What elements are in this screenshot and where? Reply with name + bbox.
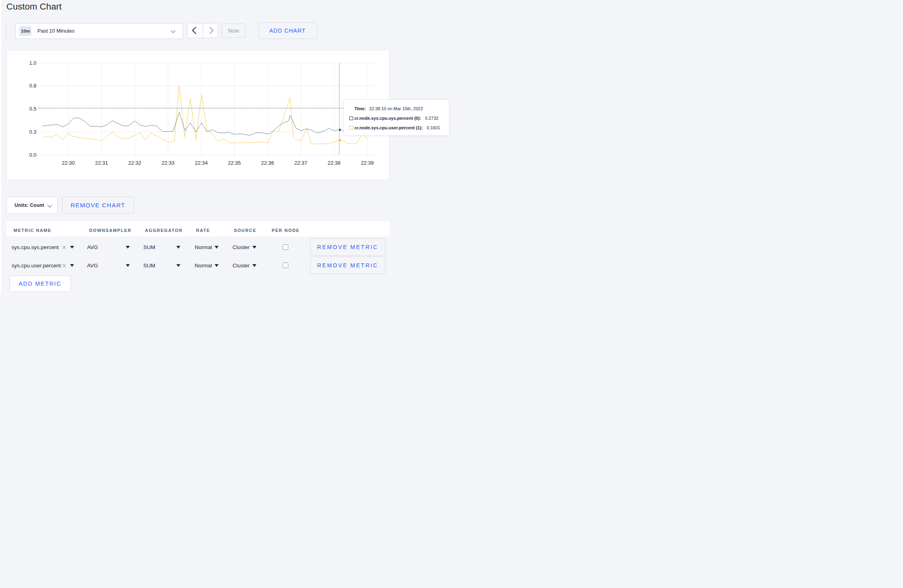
svg-text:0.3: 0.3 [29, 129, 36, 135]
svg-text:22:37: 22:37 [294, 160, 307, 166]
svg-text:0.5: 0.5 [29, 106, 36, 112]
svg-text:22:36: 22:36 [261, 160, 274, 166]
svg-text:22:35: 22:35 [228, 160, 241, 166]
svg-text:1.0: 1.0 [29, 60, 36, 66]
svg-text:22:38: 22:38 [327, 160, 340, 166]
svg-text:22:39: 22:39 [361, 160, 374, 166]
svg-text:22:32: 22:32 [128, 160, 141, 166]
svg-text:22:33: 22:33 [161, 160, 174, 166]
svg-text:0.8: 0.8 [29, 83, 36, 89]
svg-text:22:31: 22:31 [95, 160, 108, 166]
svg-text:22:34: 22:34 [195, 160, 208, 166]
svg-text:22:30: 22:30 [62, 160, 75, 166]
svg-text:0.0: 0.0 [29, 152, 36, 158]
